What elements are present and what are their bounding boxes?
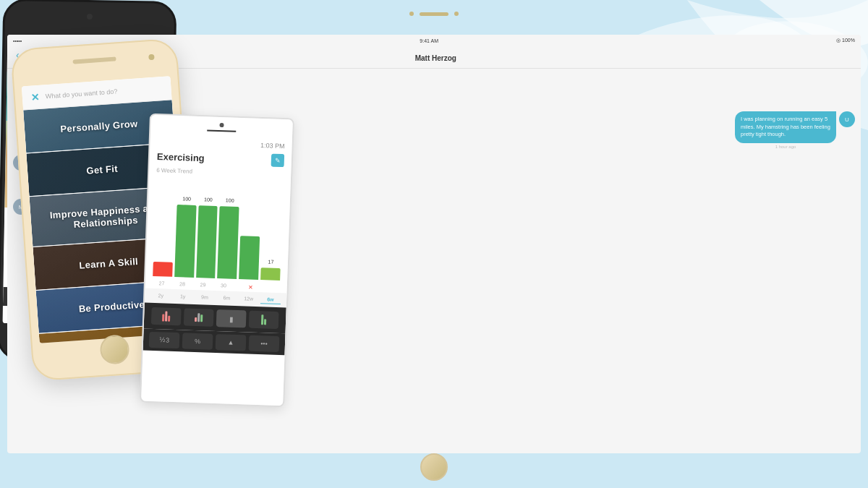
- period-tab-1y[interactable]: 1y: [172, 292, 193, 301]
- bar-label: 100: [182, 196, 191, 201]
- chart-bar-1: [153, 262, 173, 277]
- x-label: [261, 284, 280, 291]
- chart-bar-5: [239, 236, 260, 280]
- phone1-camera: [148, 54, 155, 61]
- phone4-speaker: [420, 12, 448, 16]
- battery-status: 100%: [842, 38, 855, 43]
- phone2-device: 1:03 PM Exercising ✎ 6 Week Trend 100 10…: [140, 114, 294, 408]
- x-label: 27: [153, 281, 171, 288]
- bar-label: 100: [226, 197, 234, 202]
- ctrl-fraction-btn[interactable]: ⅟₂3: [149, 332, 180, 348]
- phone4-top-elements: [409, 12, 459, 16]
- phone4-sensor: [454, 12, 459, 16]
- phone1-home-button[interactable]: [99, 334, 130, 365]
- ctrl-btn-bars2[interactable]: [184, 308, 214, 326]
- menu-item-label: Get Fit: [86, 163, 118, 176]
- x-label: ✕: [235, 283, 260, 291]
- ctrl-percent-btn[interactable]: %: [182, 333, 213, 349]
- chat-contact-name: Matt Herzog: [415, 54, 456, 62]
- bar-label: 17: [268, 259, 274, 264]
- ctrl-dots-btn[interactable]: •••: [249, 335, 280, 352]
- chart-bar-3: 100: [196, 205, 218, 278]
- phone3-camera: [87, 14, 93, 20]
- chat-bubble: I was planning on running an easy 5 mile…: [735, 111, 836, 143]
- phone4-home-button[interactable]: [420, 453, 448, 481]
- ctrl-btn-bars1[interactable]: [151, 307, 182, 325]
- phone2-screen: 1:03 PM Exercising ✎ 6 Week Trend 100 10…: [141, 115, 293, 406]
- avatar: U: [839, 111, 855, 127]
- edit-icon[interactable]: ✎: [271, 154, 285, 168]
- x-label: 29: [194, 282, 213, 289]
- period-tab-6m[interactable]: 6m: [216, 294, 237, 303]
- message-timestamp: 1 hour ago: [735, 145, 836, 149]
- phone4-camera: [409, 12, 414, 16]
- x-label: 30: [214, 283, 233, 290]
- wifi-icon: ◎: [836, 38, 841, 43]
- close-icon[interactable]: ✕: [30, 91, 40, 103]
- ctrl-btn-bars3[interactable]: [249, 311, 279, 329]
- chart-bar-4: 100: [218, 206, 239, 279]
- period-tab-9m[interactable]: 9m: [195, 293, 216, 302]
- chart-title: Exercising: [157, 151, 271, 166]
- phone4-status-time: 9:41 AM: [420, 38, 438, 43]
- bar-label: 100: [204, 197, 213, 202]
- period-tab-2y[interactable]: 2y: [150, 291, 171, 301]
- phone1-speaker: [72, 56, 116, 64]
- ctrl-triangle-btn[interactable]: ▲: [216, 334, 247, 351]
- ctrl-btn-solid[interactable]: ▮: [216, 309, 247, 328]
- chart-bar-6: 17: [260, 267, 280, 281]
- chart-bar-2: 100: [174, 205, 196, 278]
- chart-line: [207, 129, 236, 132]
- phone4-signal-dots: •••••: [13, 38, 22, 43]
- x-label: 28: [173, 281, 192, 288]
- chart-bars-area: 100 100 100 17: [145, 178, 291, 284]
- chart-dot: [219, 123, 224, 127]
- period-tab-12w[interactable]: 12w: [238, 294, 259, 304]
- menu-question-text: What do you want to do?: [46, 85, 163, 100]
- period-tab-6w[interactable]: 6w: [260, 295, 281, 304]
